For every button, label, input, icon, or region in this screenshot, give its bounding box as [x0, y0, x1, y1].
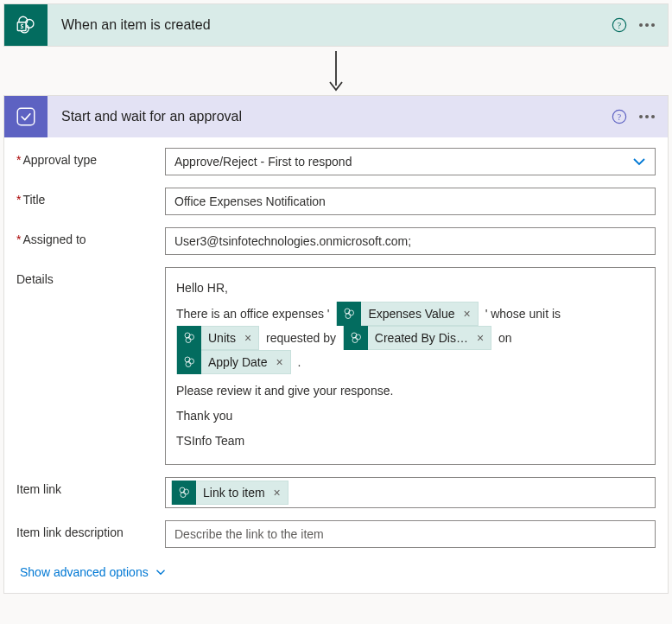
svg-point-15 [186, 338, 191, 343]
svg-rect-7 [17, 108, 35, 125]
token-units[interactable]: Units × [176, 326, 259, 350]
token-remove-button[interactable]: × [244, 327, 251, 350]
approval-icon [4, 96, 48, 137]
chevron-down-icon [632, 155, 646, 169]
item-link-desc-input[interactable]: Describe the link to the item [165, 520, 656, 548]
token-apply-date[interactable]: Apply Date × [176, 350, 291, 374]
svg-point-24 [181, 493, 186, 498]
sharepoint-icon [337, 302, 361, 326]
details-input[interactable]: Hello HR, There is an office expenses ' … [165, 267, 656, 465]
svg-point-21 [186, 362, 191, 367]
approval-header[interactable]: Start and wait for an approval ? [4, 96, 668, 137]
svg-text:?: ? [618, 21, 621, 30]
title-input[interactable]: Office Expenses Notification [165, 188, 656, 215]
approval-card: Start and wait for an approval ? *Approv… [3, 95, 669, 594]
assigned-to-label: *Assigned to [16, 227, 165, 246]
sharepoint-icon [177, 350, 201, 374]
token-remove-button[interactable]: × [477, 327, 484, 350]
token-created-by[interactable]: Created By Dis… × [343, 326, 491, 350]
approval-type-select[interactable]: Approve/Reject - First to respond [165, 148, 656, 175]
approval-body: *Approval type Approve/Reject - First to… [4, 137, 668, 593]
more-menu-button[interactable] [633, 11, 661, 39]
approval-type-label: *Approval type [16, 148, 165, 167]
sharepoint-icon [4, 4, 48, 46]
chevron-down-icon [155, 567, 166, 577]
token-link-to-item[interactable]: Link to item × [171, 481, 288, 505]
sharepoint-icon [172, 481, 196, 505]
trigger-header[interactable]: When an item is created ? [4, 4, 668, 46]
help-icon[interactable]: ? [605, 11, 633, 39]
title-label: *Title [16, 188, 165, 207]
token-remove-button[interactable]: × [274, 486, 281, 500]
token-expenses-value[interactable]: Expenses Value × [336, 302, 478, 326]
token-remove-button[interactable]: × [464, 302, 471, 326]
more-menu-button[interactable] [633, 103, 661, 131]
details-label: Details [16, 267, 165, 286]
trigger-title: When an item is created [48, 17, 605, 33]
sharepoint-icon [344, 326, 368, 350]
svg-point-12 [346, 313, 351, 318]
help-icon[interactable]: ? [605, 103, 633, 131]
item-link-input[interactable]: Link to item × [165, 477, 656, 508]
show-advanced-options-link[interactable]: Show advanced options [20, 565, 166, 579]
item-link-label: Item link [16, 477, 165, 496]
svg-point-18 [352, 338, 358, 343]
trigger-card: When an item is created ? [3, 3, 669, 47]
token-remove-button[interactable]: × [276, 351, 282, 374]
approval-title: Start and wait for an approval [48, 109, 605, 124]
assigned-to-input[interactable]: User3@tsinfotechnologies.onmicrosoft.com… [165, 227, 656, 255]
svg-text:?: ? [618, 112, 621, 122]
flow-arrow [3, 47, 669, 95]
item-link-desc-label: Item link description [16, 520, 165, 539]
sharepoint-icon [177, 326, 201, 350]
